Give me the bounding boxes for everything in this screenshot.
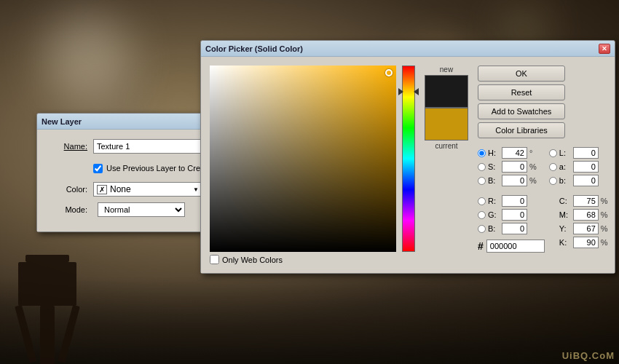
s-row: S: % <box>478 161 545 173</box>
add-swatches-button[interactable]: Add to Swatches <box>478 103 565 119</box>
c-row: C: % <box>549 195 608 207</box>
h-label: H: <box>488 149 500 157</box>
b3-radio[interactable] <box>549 177 557 185</box>
a-input[interactable] <box>573 161 599 173</box>
cp-reset-button[interactable]: Reset <box>478 84 565 100</box>
color-dark-overlay <box>210 66 396 252</box>
color-picker-dialog: Color Picker (Solid Color) ✕ Only Web Co… <box>200 40 615 274</box>
spacer2 <box>549 189 608 193</box>
watermark: UiBQ.CoM <box>562 350 615 361</box>
cp-ok-button[interactable]: OK <box>478 66 565 82</box>
y-label: Y: <box>559 224 571 233</box>
mode-select[interactable]: Normal <box>98 202 185 217</box>
lab-cmyk-fields: L: a: b: C: <box>549 147 608 253</box>
g-label: G: <box>488 210 500 219</box>
color-picker-titlebar: Color Picker (Solid Color) ✕ <box>201 41 615 57</box>
a-row: a: <box>549 161 608 173</box>
l-radio[interactable] <box>549 149 557 157</box>
color-fields-section: H: ° S: % B: % <box>478 147 608 253</box>
hue-arrow-left <box>398 88 403 95</box>
r-input[interactable] <box>502 195 527 207</box>
l-input[interactable] <box>573 147 599 159</box>
g-input[interactable] <box>502 209 527 221</box>
left-section: Only Web Colors <box>210 66 396 264</box>
b-input[interactable] <box>502 175 527 186</box>
easel-silhouette <box>11 218 84 364</box>
clipping-mask-checkbox[interactable] <box>93 164 103 173</box>
hsb-rgb-fields: H: ° S: % B: % <box>478 147 545 253</box>
c-input[interactable] <box>573 195 599 207</box>
h-unit: ° <box>529 149 532 157</box>
color-picker-title: Color Picker (Solid Color) <box>205 44 303 53</box>
m-label: M: <box>559 210 571 219</box>
color-preview-new <box>425 75 468 108</box>
c-unit: % <box>601 197 608 205</box>
color-select[interactable]: ✗ None ▼ <box>93 182 202 197</box>
color-picker-body: Only Web Colors new current OK Reset Add… <box>201 57 615 273</box>
b3-label: b: <box>559 176 571 185</box>
b-radio[interactable] <box>478 177 486 185</box>
color-arrow-icon: ▼ <box>193 186 199 193</box>
r-row: R: <box>478 195 545 207</box>
hex-input[interactable] <box>486 240 545 253</box>
new-layer-title: New Layer <box>42 117 82 126</box>
svg-rect-2 <box>15 305 36 363</box>
s-input[interactable] <box>502 161 527 173</box>
new-label: new <box>440 66 453 74</box>
k-unit: % <box>601 238 608 247</box>
b2-input[interactable] <box>502 223 527 234</box>
h-radio[interactable] <box>478 149 486 157</box>
hue-strip[interactable] <box>402 66 415 252</box>
bokeh-1 <box>44 15 131 102</box>
b-unit: % <box>529 176 537 185</box>
web-colors-row: Only Web Colors <box>210 255 396 264</box>
hue-section <box>402 66 415 264</box>
svg-rect-3 <box>58 305 79 363</box>
r-radio[interactable] <box>478 197 486 205</box>
spacer <box>478 189 545 193</box>
svg-rect-1 <box>25 255 69 262</box>
silhouette <box>0 277 619 364</box>
b2-row: B: <box>478 223 545 234</box>
a-label: a: <box>559 162 571 171</box>
h-row: H: ° <box>478 147 545 159</box>
color-field[interactable] <box>210 66 396 252</box>
k-row: K: % <box>549 237 608 248</box>
m-row: M: % <box>549 209 608 221</box>
color-cursor <box>385 69 393 76</box>
g-radio[interactable] <box>478 211 486 219</box>
svg-rect-0 <box>18 262 76 306</box>
preview-section: new current <box>421 66 472 264</box>
svg-rect-4 <box>40 306 55 364</box>
y-unit: % <box>601 224 608 233</box>
s-radio[interactable] <box>478 163 486 171</box>
color-value: None <box>110 184 131 194</box>
color-label: Color: <box>47 185 87 194</box>
a-radio[interactable] <box>549 163 557 171</box>
s-label: S: <box>488 162 500 171</box>
color-x-icon: ✗ <box>97 185 107 194</box>
y-input[interactable] <box>573 223 599 234</box>
y-row: Y: % <box>549 223 608 234</box>
k-label: K: <box>559 238 571 247</box>
r-label: R: <box>488 197 500 205</box>
web-colors-checkbox[interactable] <box>210 255 219 264</box>
hex-row: # <box>478 240 545 253</box>
b2-radio[interactable] <box>478 225 486 233</box>
web-colors-label: Only Web Colors <box>222 256 283 264</box>
b-label: B: <box>488 176 500 185</box>
m-input[interactable] <box>573 209 599 221</box>
mode-label: Mode: <box>47 205 87 214</box>
name-label: Name: <box>47 142 87 151</box>
color-picker-close-button[interactable]: ✕ <box>599 44 610 54</box>
b2-label: B: <box>488 224 500 233</box>
k-input[interactable] <box>573 237 599 248</box>
l-label: L: <box>559 149 571 157</box>
hue-arrow-right <box>414 88 419 95</box>
color-libraries-button[interactable]: Color Libraries <box>478 122 565 138</box>
right-panel: OK Reset Add to Swatches Color Libraries… <box>478 66 608 264</box>
b3-input[interactable] <box>573 175 599 186</box>
m-unit: % <box>601 210 608 219</box>
l-row: L: <box>549 147 608 159</box>
h-input[interactable] <box>502 147 527 159</box>
